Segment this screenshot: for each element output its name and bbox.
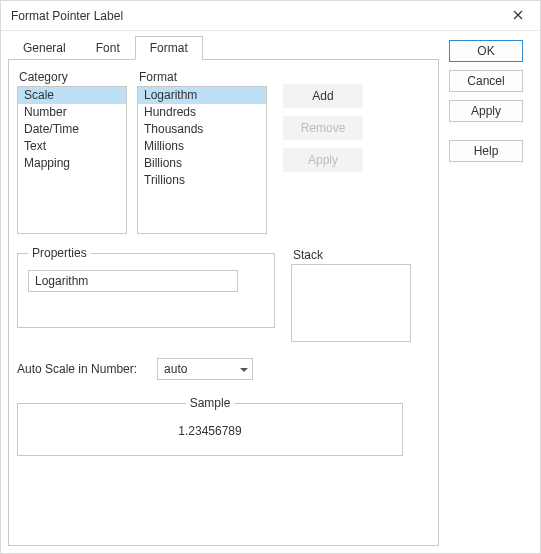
list-item[interactable]: Trillions (138, 172, 266, 189)
format-label: Format (139, 70, 267, 84)
dialog-body: General Font Format Category Scale Numbe… (0, 30, 541, 554)
dialog-button-column: OK Cancel Apply Help (439, 36, 533, 546)
chevron-down-icon (240, 362, 248, 376)
properties-input[interactable]: Logarithm (28, 270, 238, 292)
add-button[interactable]: Add (283, 84, 363, 108)
tab-general[interactable]: General (8, 36, 81, 60)
list-item[interactable]: Scale (18, 87, 126, 104)
category-label: Category (19, 70, 127, 84)
format-listbox[interactable]: Logarithm Hundreds Thousands Millions Bi… (137, 86, 267, 234)
left-column: General Font Format Category Scale Numbe… (8, 36, 439, 546)
category-listbox[interactable]: Scale Number Date/Time Text Mapping (17, 86, 127, 234)
tab-font[interactable]: Font (81, 36, 135, 60)
list-item[interactable]: Date/Time (18, 121, 126, 138)
cancel-button[interactable]: Cancel (449, 70, 523, 92)
apply-inner-button[interactable]: Apply (283, 148, 363, 172)
tabstrip: General Font Format (8, 36, 439, 60)
close-icon (513, 9, 523, 23)
category-panel: Category Scale Number Date/Time Text Map… (17, 68, 127, 234)
window-close-button[interactable] (496, 1, 540, 31)
list-item[interactable]: Thousands (138, 121, 266, 138)
titlebar: Format Pointer Label (1, 1, 540, 31)
list-item[interactable]: Text (18, 138, 126, 155)
auto-scale-value: auto (164, 362, 187, 376)
stack-label: Stack (293, 248, 411, 262)
stack-listbox[interactable] (291, 264, 411, 342)
help-button[interactable]: Help (449, 140, 523, 162)
sample-fieldset: Sample 1.23456789 (17, 396, 403, 456)
apply-button[interactable]: Apply (449, 100, 523, 122)
list-item[interactable]: Logarithm (138, 87, 266, 104)
tab-content-format: Category Scale Number Date/Time Text Map… (8, 60, 439, 546)
mid-row: Properties Logarithm Stack (17, 246, 430, 342)
properties-legend: Properties (28, 246, 91, 260)
tab-format[interactable]: Format (135, 36, 203, 60)
action-column: Add Remove Apply (277, 68, 430, 234)
list-item[interactable]: Mapping (18, 155, 126, 172)
auto-scale-label: Auto Scale in Number: (17, 362, 137, 376)
sample-value: 1.23456789 (178, 424, 241, 438)
auto-scale-row: Auto Scale in Number: auto (17, 358, 430, 380)
list-item[interactable]: Hundreds (138, 104, 266, 121)
ok-button[interactable]: OK (449, 40, 523, 62)
list-item[interactable]: Millions (138, 138, 266, 155)
sample-legend: Sample (186, 396, 235, 410)
top-row: Category Scale Number Date/Time Text Map… (17, 68, 430, 234)
stack-panel: Stack (291, 246, 411, 342)
format-panel: Format Logarithm Hundreds Thousands Mill… (137, 68, 267, 234)
auto-scale-combo[interactable]: auto (157, 358, 253, 380)
list-item[interactable]: Number (18, 104, 126, 121)
properties-fieldset: Properties Logarithm (17, 246, 275, 328)
window-title: Format Pointer Label (11, 9, 496, 23)
remove-button[interactable]: Remove (283, 116, 363, 140)
list-item[interactable]: Billions (138, 155, 266, 172)
